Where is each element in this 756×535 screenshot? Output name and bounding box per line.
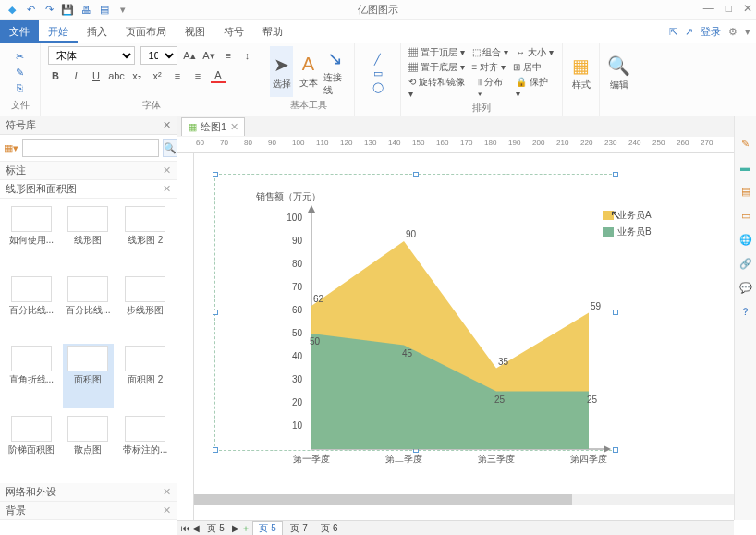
category-network[interactable]: 网络和外设✕ [0,483,177,502]
format-painter-icon[interactable]: ✎ [16,67,24,79]
subscript-icon[interactable]: x₂ [129,68,144,83]
shape-item[interactable]: 百分比线... [6,274,57,339]
superscript-icon[interactable]: x² [150,68,165,83]
decrease-font-icon[interactable]: A▾ [201,48,215,63]
maximize-button[interactable]: □ [726,2,732,15]
tab-view[interactable]: 视图 [176,20,214,43]
tab-start[interactable]: 开始 [39,20,78,43]
connector-tool[interactable]: ↘连接线 [323,46,347,97]
tab-help[interactable]: 帮助 [253,20,292,43]
fill-icon[interactable]: ▬ [738,159,754,176]
qat-more-icon[interactable]: ▾ [116,4,129,17]
page-nav-prev-icon[interactable]: ◀ [192,523,200,533]
size-button[interactable]: ↔ 大小 ▾ [516,46,554,59]
protect-button[interactable]: 🔒 保护 ▾ [516,76,555,100]
close-button[interactable]: ✕ [743,2,752,15]
document-tab[interactable]: ▦绘图1✕ [181,117,245,136]
page-tab[interactable]: 页-7 [285,522,313,535]
align-button[interactable]: ≡ 对齐 ▾ [472,61,506,74]
tab-symbol[interactable]: 符号 [214,20,253,43]
layers-icon[interactable]: ▤ [738,183,754,200]
strike-icon[interactable]: abc [109,68,124,83]
collapse-icon[interactable]: ✕ [163,486,171,498]
info-icon[interactable]: ？ [738,303,754,320]
ellipse-shape-icon[interactable]: ◯ [372,81,384,93]
line-spacing-icon[interactable]: ↕ [240,48,254,63]
group-button[interactable]: ⬚ 组合 ▾ [472,46,509,59]
select-tool[interactable]: ➤选择 [270,46,293,97]
minimize-button[interactable]: — [703,2,714,15]
rotate-button[interactable]: ⟲ 旋转和镜像 ▾ [408,76,470,100]
shape-item[interactable]: 面积图 [63,344,115,408]
collapse-icon[interactable]: ✕ [163,505,171,517]
library-picker-icon[interactable]: ▦▾ [4,142,18,154]
area-chart[interactable]: 销售额（万元） 102030405060708090100 5045252562… [219,172,616,468]
rect-shape-icon[interactable]: ▭ [373,67,383,79]
settings-icon[interactable]: ⚙ [728,26,738,38]
shape-item[interactable]: 阶梯面积图 [6,414,57,479]
export-icon[interactable]: ⇱ [669,26,677,38]
collapse-icon[interactable]: ✕ [163,164,171,176]
bold-icon[interactable]: B [48,68,63,83]
collapse-icon[interactable]: ✕ [163,183,171,195]
align-center-icon[interactable]: ≡ [190,68,205,83]
increase-font-icon[interactable]: A▴ [183,48,197,63]
shape-item[interactable]: 带标注的... [119,414,171,479]
line-shape-icon[interactable]: ╱ [374,54,381,66]
shape-item[interactable]: 线形图 2 [119,204,171,269]
redo-icon[interactable]: ↷ [43,4,55,17]
page-icon[interactable]: ▭ [738,207,754,224]
shape-item[interactable]: 线形图 [63,204,115,269]
paste-icon[interactable]: ✂ [16,51,24,63]
tab-file[interactable]: 文件 [0,20,39,43]
search-button[interactable]: 🔍 [163,139,177,157]
text-tool[interactable]: A文本 [297,46,320,97]
shape-item[interactable]: 散点图 [63,414,115,479]
link-icon[interactable]: 🔗 [738,255,754,272]
edit-button[interactable]: 🔍编辑 [607,46,630,100]
font-size-select[interactable]: 10 [140,46,177,65]
bring-front-button[interactable]: ▦ 置于顶层 ▾ [408,46,465,59]
font-name-select[interactable]: 宋体 [48,46,135,65]
page-nav-next-icon[interactable]: ▶ [232,523,239,533]
style-button[interactable]: ▦样式 [570,46,591,100]
panel-close-icon[interactable]: ✕ [163,119,171,131]
center-button[interactable]: ⊞ 居中 [513,61,542,74]
page-nav-first-icon[interactable]: ⏮ [181,523,190,533]
page-tab[interactable]: 页-5 [252,521,283,535]
tab-insert[interactable]: 插入 [78,20,116,43]
search-input[interactable] [22,139,159,157]
edraw-icon[interactable]: ◆ [6,4,18,17]
italic-icon[interactable]: I [68,68,83,83]
canvas[interactable]: 销售额（万元） 102030405060708090100 5045252562… [177,153,734,520]
print-icon[interactable]: 🖶 [79,4,92,17]
align-left-icon[interactable]: ≡ [170,68,185,83]
login-link[interactable]: 登录 [701,25,721,39]
category-background[interactable]: 背景✕ [0,502,177,520]
category-line-area[interactable]: 线形图和面积图✕ [0,180,177,199]
globe-icon[interactable]: 🌐 [738,231,754,248]
font-color-icon[interactable]: A [211,68,226,83]
share-icon[interactable]: ↗ [685,26,693,38]
properties-icon[interactable]: ✎ [738,135,754,152]
underline-icon[interactable]: U [89,68,104,83]
distribute-button[interactable]: ⫴ 分布 ▾ [478,76,508,100]
shape-item[interactable]: 步线形图 [119,274,171,339]
add-page-icon[interactable]: ＋ [241,522,250,535]
horizontal-scrollbar[interactable] [194,494,734,505]
bullets-icon[interactable]: ≡ [221,48,235,63]
page-tab[interactable]: 页-6 [315,522,344,535]
shape-item[interactable]: 直角折线... [6,344,57,408]
copy-icon[interactable]: ⎘ [17,82,23,93]
undo-icon[interactable]: ↶ [24,4,37,17]
shape-item[interactable]: 如何使用... [6,204,57,269]
legend-item-b[interactable]: 业务员B [603,225,652,238]
save-icon[interactable]: 💾 [61,4,74,17]
page-tab[interactable]: 页-5 [201,522,230,535]
tab-page-layout[interactable]: 页面布局 [116,20,176,43]
open-icon[interactable]: ▤ [98,4,111,17]
category-biaozhu[interactable]: 标注✕ [0,162,177,180]
help-dropdown-icon[interactable]: ▾ [745,26,750,38]
send-back-button[interactable]: ▦ 置于底层 ▾ [408,61,465,74]
comment-icon[interactable]: 💬 [738,279,754,296]
